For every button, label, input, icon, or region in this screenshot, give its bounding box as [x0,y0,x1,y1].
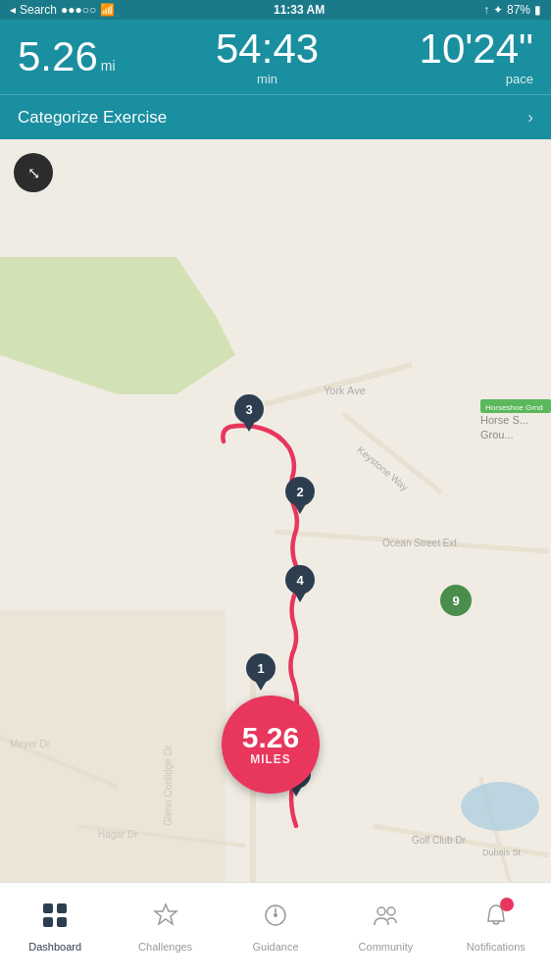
categorize-label: Categorize Exercise [18,108,167,128]
notification-badge [500,898,514,911]
notifications-icon [482,902,510,936]
svg-marker-33 [293,591,307,602]
status-bar: ◂ Search ●●●○○ 📶 11:33 AM ↑ ✦ 87% ▮ [0,0,551,20]
svg-rect-24 [0,610,225,882]
carrier-label: Search [20,3,57,17]
distance-value: 5.26 [18,36,98,77]
nav-guidance[interactable]: Guidance [221,883,330,980]
badge-unit: MILES [250,752,291,766]
dashboard-icon [41,902,69,936]
distance-unit: mi [101,58,116,74]
battery-percent: 87% [507,3,530,17]
svg-text:3: 3 [245,402,252,417]
svg-text:Grou...: Grou... [480,429,514,440]
back-icon: ◂ [10,3,16,17]
battery-icon: ▮ [534,3,541,17]
expand-icon: ⤡ [27,164,40,182]
nav-dashboard-label: Dashboard [28,941,81,953]
svg-marker-27 [242,420,256,432]
nav-dashboard[interactable]: Dashboard [0,883,110,980]
map-area: York Ave Keystone Way Ocean Street Ext G… [0,139,551,882]
svg-marker-30 [293,502,307,514]
duration-value: 54:43 [216,28,319,70]
badge-distance: 5.26 [242,723,299,752]
arrow-up-icon: ↑ [483,3,489,17]
svg-text:York Ave: York Ave [324,385,366,396]
nav-community[interactable]: Community [330,883,440,980]
svg-text:1: 1 [257,661,264,676]
svg-point-25 [461,782,539,831]
nav-community-label: Community [359,941,414,953]
guidance-icon [262,902,289,936]
svg-text:Keystone Way: Keystone Way [355,444,410,493]
svg-marker-0 [0,257,235,394]
duration-unit: min [257,72,277,86]
signal-dots: ●●●○○ [61,3,96,17]
pace-stat: 10'24" pace [420,28,533,86]
wifi-icon: 📶 [100,3,115,17]
svg-text:4: 4 [296,573,304,588]
expand-button[interactable]: ⤡ [14,153,53,192]
svg-text:Golf Club Dr: Golf Club Dr [412,835,467,846]
svg-rect-44 [57,917,67,927]
svg-text:Ocean Street Ext: Ocean Street Ext [382,538,457,548]
nav-challenges[interactable]: Challenges [110,883,220,980]
status-left: ◂ Search ●●●○○ 📶 [10,3,115,17]
nav-challenges-label: Challenges [138,941,192,953]
waypoint-3: 3 [232,392,266,432]
challenges-icon [152,902,179,936]
svg-marker-45 [155,904,176,924]
status-right: ↑ ✦ 87% ▮ [483,3,541,17]
categorize-arrow: › [527,108,533,128]
svg-point-49 [387,907,395,915]
status-time: 11:33 AM [274,3,325,17]
svg-marker-36 [254,679,268,691]
waypoint-2: 2 [283,475,317,514]
svg-text:Horseshoe Grnd: Horseshoe Grnd [485,403,543,412]
nav-notifications[interactable]: Notifications [441,883,551,980]
svg-point-47 [274,913,277,917]
svg-text:Dubois St: Dubois St [482,848,522,857]
svg-rect-41 [43,903,53,913]
svg-rect-42 [57,903,67,913]
svg-text:2: 2 [296,485,303,499]
pace-value: 10'24" [420,28,533,70]
svg-point-48 [377,907,385,915]
nav-guidance-label: Guidance [252,941,298,953]
waypoint-1: 1 [244,651,277,691]
pace-unit: pace [506,72,533,86]
bottom-nav: Dashboard Challenges Guidance [0,882,551,980]
svg-text:9: 9 [452,593,459,608]
header-stats: 5.26 mi 54:43 min 10'24" pace [0,20,551,94]
waypoint-4: 4 [283,563,317,602]
svg-text:Horse S...: Horse S... [480,414,528,426]
community-icon [372,902,399,936]
nav-notifications-label: Notifications [467,941,526,953]
distance-stat: 5.26 mi [18,36,116,77]
svg-rect-43 [43,917,53,927]
categorize-bar[interactable]: Categorize Exercise › [0,94,551,139]
duration-stat: 54:43 min [216,28,319,86]
distance-badge: 5.26 MILES [222,696,320,794]
bluetooth-icon: ✦ [493,3,503,17]
